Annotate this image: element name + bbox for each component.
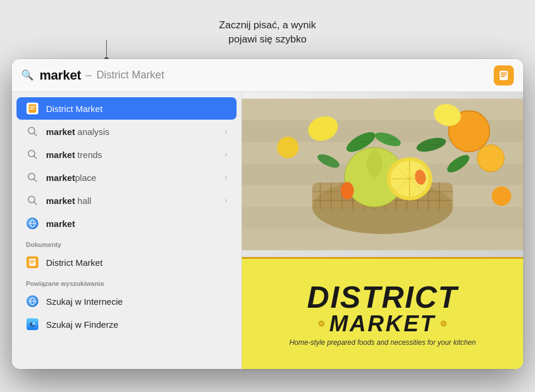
result-label-market-hall: market hall: [46, 196, 220, 206]
search-suggestion-icon-4: [26, 194, 39, 207]
svg-line-13: [34, 179, 37, 182]
result-label-market-analysis: market analysis: [46, 127, 220, 137]
result-label-market-trends: market trends: [46, 150, 220, 160]
svg-line-15: [34, 202, 37, 205]
svg-point-71: [492, 186, 511, 206]
preview-bottom-section: DISTRICT MARKET Home-style prepared food…: [242, 257, 523, 369]
svg-line-11: [34, 156, 37, 159]
result-item-marketplace[interactable]: marketplace ›: [17, 166, 237, 189]
svg-line-9: [34, 133, 37, 136]
search-suggestion-icon-3: [26, 171, 39, 184]
market-dot-right: [441, 321, 447, 327]
result-item-market-trends[interactable]: market trends ›: [17, 143, 237, 166]
left-panel: District Market market analysis ›: [12, 92, 242, 369]
main-content: District Market market analysis ›: [12, 92, 523, 369]
result-item-search-finder[interactable]: Szukaj w Finderze: [17, 313, 237, 335]
right-panel-preview: DISTRICT MARKET Home-style prepared food…: [242, 92, 523, 369]
svg-rect-20: [30, 261, 35, 261]
pages-icon-document: [26, 256, 39, 269]
spotlight-window: 🔍 market – District Market: [12, 59, 523, 369]
chevron-icon-4: ›: [225, 196, 227, 205]
chevron-icon-1: ›: [225, 127, 227, 136]
chevron-icon-3: ›: [225, 173, 227, 182]
result-label-market: market: [46, 219, 227, 229]
section-header-related: Powiązane wyszukiwania: [12, 274, 241, 289]
svg-rect-4: [29, 104, 37, 113]
svg-rect-1: [501, 73, 507, 74]
pages-icon-result: [26, 102, 39, 115]
svg-point-80: [341, 182, 354, 199]
result-item-document-district-market[interactable]: District Market: [17, 251, 237, 274]
preview-title-market: MARKET: [319, 312, 447, 335]
result-item-search-internet[interactable]: Szukaj w Internecie: [17, 290, 237, 312]
result-item-market-analysis[interactable]: market analysis ›: [17, 120, 237, 143]
svg-rect-19: [29, 259, 35, 266]
finder-icon: [26, 318, 39, 331]
search-subtitle: District Market: [96, 69, 164, 81]
result-item-market-globe[interactable]: market: [17, 212, 237, 235]
svg-point-29: [30, 322, 31, 323]
search-query[interactable]: market: [40, 68, 81, 83]
result-label-district-market: District Market: [46, 104, 227, 114]
svg-rect-2: [501, 74, 507, 75]
search-suggestion-icon-2: [26, 148, 39, 161]
svg-rect-0: [500, 71, 508, 80]
chevron-icon-2: ›: [225, 150, 227, 159]
pages-icon-button[interactable]: [494, 65, 514, 85]
search-suggestion-icon-1: [26, 125, 39, 138]
svg-point-30: [33, 322, 34, 323]
search-icon: 🔍: [21, 69, 34, 81]
svg-rect-21: [30, 262, 35, 262]
preview-subtitle: Home-style prepared foods and necessitie…: [289, 338, 475, 347]
pages-app-icon: [494, 65, 514, 85]
svg-rect-3: [501, 76, 505, 77]
svg-rect-26: [28, 319, 37, 329]
result-item-market-hall[interactable]: market hall ›: [17, 189, 237, 212]
section-header-documents: Dokumenty: [12, 235, 241, 251]
tooltip-area: Zacznij pisać, a wynik pojawi się szybko: [0, 0, 535, 59]
result-item-district-market-top[interactable]: District Market: [17, 97, 237, 120]
result-label-search-internet: Szukaj w Internecie: [46, 297, 227, 307]
result-label-marketplace: marketplace: [46, 173, 220, 183]
globe-icon-result: [26, 217, 39, 230]
svg-rect-6: [29, 107, 35, 108]
svg-rect-5: [29, 106, 35, 107]
callout-line: [106, 40, 107, 59]
svg-point-70: [277, 137, 299, 159]
preview-title-district: DISTRICT: [307, 282, 458, 312]
globe-icon-internet: [26, 295, 39, 308]
search-dash: –: [86, 69, 91, 81]
svg-rect-22: [30, 263, 34, 263]
svg-point-27: [30, 322, 32, 325]
svg-rect-7: [29, 109, 33, 110]
result-label-document-district-market: District Market: [46, 258, 227, 268]
result-label-search-finder: Szukaj w Finderze: [46, 319, 227, 330]
preview-image-top: [242, 92, 523, 257]
market-dot-left: [319, 321, 324, 327]
tooltip-text: Zacznij pisać, a wynik pojawi się szybko: [219, 18, 316, 47]
search-bar: 🔍 market – District Market: [12, 59, 523, 92]
svg-point-28: [33, 322, 35, 325]
